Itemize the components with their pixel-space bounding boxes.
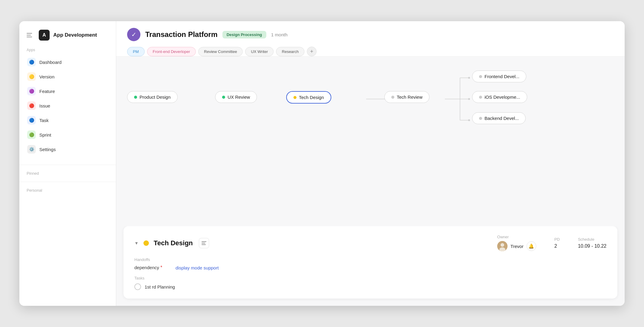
sidebar-header: A App Development (19, 30, 116, 48)
node-label-tech-review: Tech Review (397, 94, 422, 100)
sidebar-item-label-task: Task (39, 118, 49, 123)
owner-col: Owner Trevor 🔔 (497, 235, 536, 251)
sidebar-divider-1 (19, 165, 116, 165)
feature-icon: 🟣 (27, 87, 36, 95)
tasks-label: Tasks (134, 276, 606, 280)
node-dot-tech-review (391, 96, 394, 99)
filter-tab-pm[interactable]: PM (127, 47, 145, 56)
svg-rect-17 (202, 243, 205, 243)
issue-icon: 🔴 (27, 101, 36, 110)
filter-tab-uxwriter[interactable]: UX Writer (245, 47, 274, 56)
main-content: ✓ Transaction Platform Design Processing… (116, 21, 625, 306)
node-label-frontend-dev: Frontend Devel... (485, 74, 519, 79)
node-backend-dev[interactable]: Backend Devel... (472, 112, 526, 124)
sidebar-item-label-settings: Settings (39, 147, 56, 152)
handoffs-section: Handoffs dependency * display mode suppo… (134, 257, 606, 270)
schedule-col: Schedule 10.09 - 10.22 (578, 237, 606, 249)
sidebar-item-label-dashboard: Dashboard (39, 60, 61, 65)
settings-icon: ⚙️ (27, 145, 36, 154)
dependency-label: dependency * (134, 265, 171, 270)
owner-label: Owner (497, 235, 509, 239)
dependency-value[interactable]: display mode support (176, 265, 219, 270)
task-circle-1[interactable] (134, 283, 141, 290)
topbar-title-row: ✓ Transaction Platform Design Processing… (127, 28, 614, 41)
pinned-label: Pinned (19, 167, 116, 179)
svg-point-20 (501, 243, 504, 247)
dashboard-icon: 🔵 (27, 58, 36, 66)
detail-header: ▼ Tech Design Owner (134, 235, 606, 251)
task-label-1: 1st rd Planning (145, 284, 175, 289)
sidebar-divider-2 (19, 182, 116, 182)
workspace-name: App Development (53, 32, 97, 38)
project-icon-symbol: ✓ (131, 31, 136, 38)
detail-chevron-icon[interactable]: ▼ (134, 241, 139, 246)
sprint-icon: 🟢 (27, 130, 36, 139)
node-ios-dev[interactable]: iOS Developme... (472, 91, 527, 103)
app-container: A App Development Apps 🔵 Dashboard 🟡 Ver… (19, 21, 625, 306)
version-icon: 🟡 (27, 72, 36, 81)
node-frontend-dev[interactable]: Frontend Devel... (472, 71, 526, 82)
node-label-ios-dev: iOS Developme... (485, 94, 520, 100)
topbar: ✓ Transaction Platform Design Processing… (116, 21, 625, 57)
flow-area: Product Design UX Review Tech Design (116, 57, 625, 226)
sidebar-item-feature[interactable]: 🟣 Feature (23, 84, 112, 98)
pd-value: 2 (554, 243, 557, 249)
node-label-backend-dev: Backend Devel... (485, 116, 519, 121)
sidebar-item-issue[interactable]: 🔴 Issue (23, 99, 112, 113)
bell-icon[interactable]: 🔔 (527, 241, 536, 251)
sidebar-item-label-sprint: Sprint (39, 132, 51, 137)
node-dot-ios-dev (479, 96, 482, 99)
detail-meta: Owner Trevor 🔔 (497, 235, 606, 251)
sidebar-item-task[interactable]: 🔵 Task (23, 113, 112, 127)
dependency-asterisk: * (160, 265, 162, 270)
status-badge[interactable]: Design Processing (222, 31, 266, 38)
owner-avatar (497, 241, 508, 251)
apps-section-label: Apps (19, 48, 116, 55)
node-dot-frontend-dev (479, 75, 482, 78)
node-tech-design[interactable]: Tech Design (286, 91, 331, 104)
schedule-label: Schedule (578, 237, 594, 242)
node-dot-product-design (134, 96, 137, 99)
task-row: 1st rd Planning (134, 283, 606, 290)
owner-info: Trevor 🔔 (497, 241, 536, 251)
project-title: Transaction Platform (145, 30, 218, 39)
svg-point-11 (468, 77, 470, 79)
owner-name: Trevor (511, 244, 524, 249)
detail-title: Tech Design (154, 239, 193, 247)
node-label-product-design: Product Design (140, 94, 171, 100)
sidebar-item-settings[interactable]: ⚙️ Settings (23, 142, 112, 156)
filter-tab-frontend[interactable]: Front-end Deverloper (147, 47, 196, 56)
svg-point-15 (468, 119, 470, 121)
node-dot-tech-design (294, 96, 297, 99)
detail-status-dot (143, 240, 149, 246)
task-icon: 🔵 (27, 116, 36, 124)
sidebar-menu-icon[interactable] (27, 31, 35, 39)
sidebar-item-label-feature: Feature (39, 89, 55, 94)
pd-col: PD 2 (554, 237, 560, 249)
list-icon (202, 241, 206, 245)
sidebar-item-label-version: Version (39, 74, 54, 79)
svg-rect-18 (202, 244, 206, 245)
dependency-row: dependency * display mode support (134, 265, 606, 270)
node-tech-review[interactable]: Tech Review (384, 91, 429, 103)
project-icon: ✓ (127, 28, 140, 41)
handoffs-label: Handoffs (134, 257, 606, 262)
filter-tab-add-button[interactable]: + (307, 47, 317, 56)
sidebar: A App Development Apps 🔵 Dashboard 🟡 Ver… (19, 21, 116, 306)
personal-label: Personal (19, 184, 116, 196)
sidebar-item-version[interactable]: 🟡 Version (23, 70, 112, 84)
filter-tab-review[interactable]: Review Committee (198, 47, 243, 56)
schedule-value: 10.09 - 10.22 (578, 243, 606, 249)
detail-panel: ▼ Tech Design Owner (123, 226, 617, 299)
sidebar-item-sprint[interactable]: 🟢 Sprint (23, 128, 112, 142)
node-ux-review[interactable]: UX Review (215, 91, 257, 103)
node-label-tech-design: Tech Design (299, 95, 324, 100)
node-product-design[interactable]: Product Design (127, 91, 178, 103)
filter-tab-research[interactable]: Research (276, 47, 304, 56)
sidebar-item-dashboard[interactable]: 🔵 Dashboard (23, 55, 112, 69)
svg-point-13 (468, 98, 470, 100)
pd-label: PD (554, 237, 560, 242)
node-label-ux-review: UX Review (228, 94, 250, 100)
filter-tabs: PM Front-end Deverloper Review Committee… (127, 47, 614, 56)
detail-menu-button[interactable] (199, 238, 209, 248)
